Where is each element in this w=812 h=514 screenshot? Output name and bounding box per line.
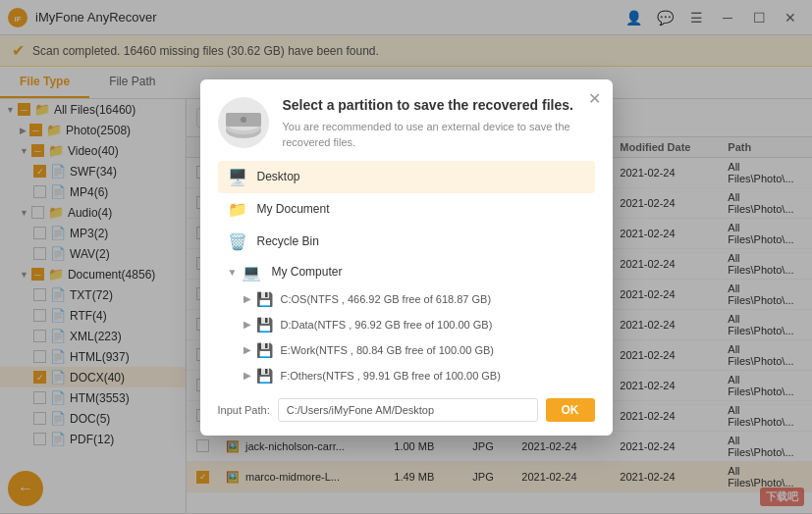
modal-location-my-document[interactable]: 📁 My Document	[218, 193, 595, 226]
recycle-bin-label: Recycle Bin	[257, 234, 319, 248]
modal-overlay: Select a partition to save the recovered…	[0, 0, 812, 514]
drive-d-label: D:Data(NTFS , 96.92 GB free of 100.00 GB…	[281, 319, 493, 331]
save-partition-modal: Select a partition to save the recovered…	[200, 79, 613, 436]
modal-my-computer[interactable]: ▼ 💻 My Computer	[218, 258, 595, 286]
drive-c-arrow: ▶	[244, 293, 251, 304]
modal-header: Select a partition to save the recovered…	[200, 79, 613, 161]
modal-body: 🖥️ Desktop 📁 My Document 🗑️ Recycle Bin …	[200, 161, 613, 436]
drive-d-arrow: ▶	[244, 319, 251, 330]
drive-e-arrow: ▶	[244, 344, 251, 355]
drive-d-icon: 💾	[256, 317, 273, 333]
my-document-icon: 📁	[228, 200, 247, 219]
modal-subtitle: You are recommended to use an external d…	[283, 119, 595, 151]
modal-drive-c[interactable]: ▶ 💾 C:OS(NTFS , 466.92 GB free of 618.87…	[218, 286, 595, 312]
recycle-bin-icon: 🗑️	[228, 232, 247, 251]
modal-drive-e[interactable]: ▶ 💾 E:Work(NTFS , 80.84 GB free of 100.0…	[218, 337, 595, 363]
modal-text: Select a partition to save the recovered…	[283, 97, 595, 151]
my-computer-icon: 💻	[242, 263, 261, 282]
drive-f-arrow: ▶	[244, 370, 251, 381]
drive-c-label: C:OS(NTFS , 466.92 GB free of 618.87 GB)	[281, 293, 492, 305]
drive-e-icon: 💾	[256, 342, 273, 358]
modal-close-button[interactable]: ✕	[588, 89, 601, 108]
drive-c-icon: 💾	[256, 291, 273, 307]
modal-title: Select a partition to save the recovered…	[283, 97, 595, 113]
modal-drive-d[interactable]: ▶ 💾 D:Data(NTFS , 96.92 GB free of 100.0…	[218, 312, 595, 337]
drive-f-icon: 💾	[256, 368, 273, 384]
my-computer-label: My Computer	[271, 265, 342, 279]
desktop-label: Desktop	[257, 170, 300, 183]
svg-point-7	[241, 117, 246, 123]
input-label: Input Path:	[218, 404, 270, 416]
my-document-label: My Document	[257, 202, 330, 216]
my-computer-expand-arrow: ▼	[228, 267, 238, 278]
modal-drive-f[interactable]: ▶ 💾 F:Others(NTFS , 99.91 GB free of 100…	[218, 363, 595, 388]
modal-icon	[218, 97, 269, 148]
drive-f-label: F:Others(NTFS , 99.91 GB free of 100.00 …	[281, 370, 501, 382]
drive-e-label: E:Work(NTFS , 80.84 GB free of 100.00 GB…	[281, 344, 494, 356]
modal-input-row: Input Path: OK	[218, 388, 595, 422]
path-input[interactable]	[278, 398, 538, 422]
ok-button[interactable]: OK	[546, 398, 595, 422]
desktop-icon: 🖥️	[228, 168, 247, 186]
modal-location-recycle-bin[interactable]: 🗑️ Recycle Bin	[218, 226, 595, 258]
modal-location-desktop[interactable]: 🖥️ Desktop	[218, 161, 595, 193]
